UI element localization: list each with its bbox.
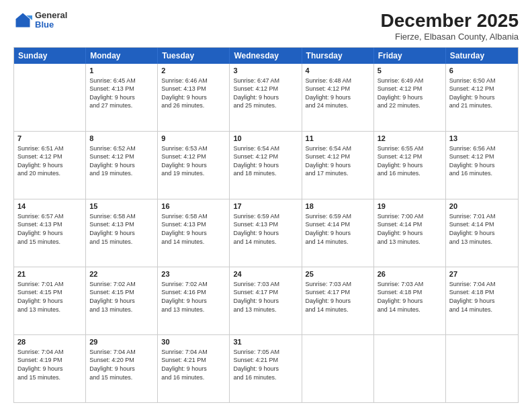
calendar-row: 21Sunrise: 7:01 AM Sunset: 4:15 PM Dayli… [14, 267, 518, 335]
calendar: SundayMondayTuesdayWednesdayThursdayFrid… [13, 47, 519, 403]
day-number: 6 [449, 66, 515, 76]
day-number: 17 [233, 201, 298, 212]
calendar-cell: 7Sunrise: 6:51 AM Sunset: 4:12 PM Daylig… [14, 132, 86, 199]
day-number: 24 [233, 269, 298, 279]
calendar-cell: 4Sunrise: 6:48 AM Sunset: 4:12 PM Daylig… [302, 64, 374, 131]
calendar-row: 7Sunrise: 6:51 AM Sunset: 4:12 PM Daylig… [14, 132, 518, 199]
calendar-row: 28Sunrise: 7:04 AM Sunset: 4:19 PM Dayli… [14, 335, 518, 402]
day-number: 28 [17, 337, 82, 347]
calendar-cell: 30Sunrise: 7:04 AM Sunset: 4:21 PM Dayli… [158, 335, 230, 402]
calendar-row: 1Sunrise: 6:45 AM Sunset: 4:13 PM Daylig… [14, 64, 518, 132]
calendar-row: 14Sunrise: 6:57 AM Sunset: 4:13 PM Dayli… [14, 199, 518, 267]
calendar-cell: 13Sunrise: 6:56 AM Sunset: 4:12 PM Dayli… [446, 132, 518, 199]
day-info: Sunrise: 7:02 AM Sunset: 4:15 PM Dayligh… [89, 280, 154, 314]
calendar-cell: 24Sunrise: 7:03 AM Sunset: 4:17 PM Dayli… [230, 267, 302, 334]
calendar-cell [446, 335, 518, 402]
day-info: Sunrise: 6:54 AM Sunset: 4:12 PM Dayligh… [233, 144, 298, 178]
day-number: 27 [449, 269, 515, 279]
calendar-cell: 25Sunrise: 7:03 AM Sunset: 4:17 PM Dayli… [302, 267, 374, 334]
logo: General Blue [13, 11, 67, 30]
day-info: Sunrise: 7:04 AM Sunset: 4:20 PM Dayligh… [89, 348, 154, 381]
day-number: 25 [306, 269, 370, 279]
calendar-cell: 1Sunrise: 6:45 AM Sunset: 4:13 PM Daylig… [86, 64, 158, 131]
calendar-header-cell: Saturday [446, 48, 518, 64]
calendar-cell: 29Sunrise: 7:04 AM Sunset: 4:20 PM Dayli… [86, 335, 158, 402]
day-info: Sunrise: 7:00 AM Sunset: 4:14 PM Dayligh… [378, 212, 442, 246]
day-info: Sunrise: 6:56 AM Sunset: 4:12 PM Dayligh… [449, 144, 515, 178]
calendar-header-cell: Sunday [14, 48, 86, 64]
day-number: 8 [89, 134, 154, 144]
calendar-cell: 18Sunrise: 6:59 AM Sunset: 4:14 PM Dayli… [302, 199, 374, 267]
day-info: Sunrise: 6:59 AM Sunset: 4:14 PM Dayligh… [306, 212, 370, 246]
logo-blue: Blue [35, 20, 67, 30]
day-info: Sunrise: 6:49 AM Sunset: 4:12 PM Dayligh… [378, 77, 442, 110]
day-number: 3 [233, 66, 298, 76]
header: General Blue December 2025 Fierze, Elbas… [13, 11, 519, 42]
day-number: 18 [306, 201, 370, 212]
calendar-cell: 21Sunrise: 7:01 AM Sunset: 4:15 PM Dayli… [14, 267, 86, 334]
day-number: 14 [17, 201, 82, 212]
day-number: 4 [306, 66, 370, 76]
calendar-cell: 16Sunrise: 6:58 AM Sunset: 4:13 PM Dayli… [158, 199, 230, 267]
day-info: Sunrise: 7:03 AM Sunset: 4:17 PM Dayligh… [306, 280, 370, 314]
day-info: Sunrise: 7:02 AM Sunset: 4:16 PM Dayligh… [161, 280, 226, 314]
day-info: Sunrise: 6:50 AM Sunset: 4:12 PM Dayligh… [449, 77, 515, 110]
day-number: 15 [89, 201, 154, 212]
day-number: 26 [378, 269, 442, 279]
day-info: Sunrise: 6:47 AM Sunset: 4:12 PM Dayligh… [233, 77, 298, 110]
page: General Blue December 2025 Fierze, Elbas… [0, 0, 532, 411]
day-number: 10 [233, 134, 298, 144]
calendar-cell: 6Sunrise: 6:50 AM Sunset: 4:12 PM Daylig… [446, 64, 518, 131]
calendar-cell: 19Sunrise: 7:00 AM Sunset: 4:14 PM Dayli… [374, 199, 446, 267]
day-info: Sunrise: 6:48 AM Sunset: 4:12 PM Dayligh… [306, 77, 370, 110]
day-info: Sunrise: 6:58 AM Sunset: 4:13 PM Dayligh… [89, 212, 154, 246]
page-title: December 2025 [381, 11, 519, 32]
calendar-cell: 11Sunrise: 6:54 AM Sunset: 4:12 PM Dayli… [302, 132, 374, 199]
day-info: Sunrise: 6:51 AM Sunset: 4:12 PM Dayligh… [17, 144, 82, 178]
calendar-cell: 20Sunrise: 7:01 AM Sunset: 4:14 PM Dayli… [446, 199, 518, 267]
calendar-cell: 5Sunrise: 6:49 AM Sunset: 4:12 PM Daylig… [374, 64, 446, 131]
day-number: 16 [161, 201, 226, 212]
day-info: Sunrise: 7:04 AM Sunset: 4:21 PM Dayligh… [161, 348, 226, 381]
calendar-header-cell: Monday [86, 48, 158, 64]
title-block: December 2025 Fierze, Elbasan County, Al… [381, 11, 519, 42]
day-number: 9 [161, 134, 226, 144]
day-info: Sunrise: 7:04 AM Sunset: 4:19 PM Dayligh… [17, 348, 82, 381]
day-info: Sunrise: 6:59 AM Sunset: 4:13 PM Dayligh… [233, 212, 298, 246]
calendar-cell [374, 335, 446, 402]
calendar-cell: 14Sunrise: 6:57 AM Sunset: 4:13 PM Dayli… [14, 199, 86, 267]
day-number: 19 [378, 201, 442, 212]
day-number: 30 [161, 337, 226, 347]
day-number: 11 [306, 134, 370, 144]
logo-text: General Blue [35, 11, 67, 30]
day-info: Sunrise: 6:53 AM Sunset: 4:12 PM Dayligh… [161, 144, 226, 178]
day-number: 5 [378, 66, 442, 76]
day-info: Sunrise: 6:45 AM Sunset: 4:13 PM Dayligh… [89, 77, 154, 110]
calendar-cell [302, 335, 374, 402]
day-number: 1 [89, 66, 154, 76]
day-info: Sunrise: 6:58 AM Sunset: 4:13 PM Dayligh… [161, 212, 226, 246]
logo-general: General [35, 11, 67, 20]
calendar-cell: 8Sunrise: 6:52 AM Sunset: 4:12 PM Daylig… [86, 132, 158, 199]
calendar-header-cell: Friday [374, 48, 446, 64]
calendar-cell: 17Sunrise: 6:59 AM Sunset: 4:13 PM Dayli… [230, 199, 302, 267]
day-number: 2 [161, 66, 226, 76]
svg-marker-0 [16, 13, 30, 28]
day-info: Sunrise: 6:52 AM Sunset: 4:12 PM Dayligh… [89, 144, 154, 178]
calendar-header: SundayMondayTuesdayWednesdayThursdayFrid… [14, 48, 518, 64]
day-number: 29 [89, 337, 154, 347]
day-info: Sunrise: 7:03 AM Sunset: 4:18 PM Dayligh… [378, 280, 442, 314]
day-number: 23 [161, 269, 226, 279]
day-info: Sunrise: 6:57 AM Sunset: 4:13 PM Dayligh… [17, 212, 82, 246]
day-info: Sunrise: 6:46 AM Sunset: 4:13 PM Dayligh… [161, 77, 226, 110]
calendar-cell: 23Sunrise: 7:02 AM Sunset: 4:16 PM Dayli… [158, 267, 230, 334]
calendar-cell: 22Sunrise: 7:02 AM Sunset: 4:15 PM Dayli… [86, 267, 158, 334]
logo-icon [13, 11, 32, 30]
day-number: 22 [89, 269, 154, 279]
day-info: Sunrise: 7:05 AM Sunset: 4:21 PM Dayligh… [233, 348, 298, 381]
calendar-cell: 2Sunrise: 6:46 AM Sunset: 4:13 PM Daylig… [158, 64, 230, 131]
day-number: 12 [378, 134, 442, 144]
day-info: Sunrise: 6:54 AM Sunset: 4:12 PM Dayligh… [306, 144, 370, 178]
calendar-cell: 31Sunrise: 7:05 AM Sunset: 4:21 PM Dayli… [230, 335, 302, 402]
day-info: Sunrise: 7:04 AM Sunset: 4:18 PM Dayligh… [449, 280, 515, 314]
